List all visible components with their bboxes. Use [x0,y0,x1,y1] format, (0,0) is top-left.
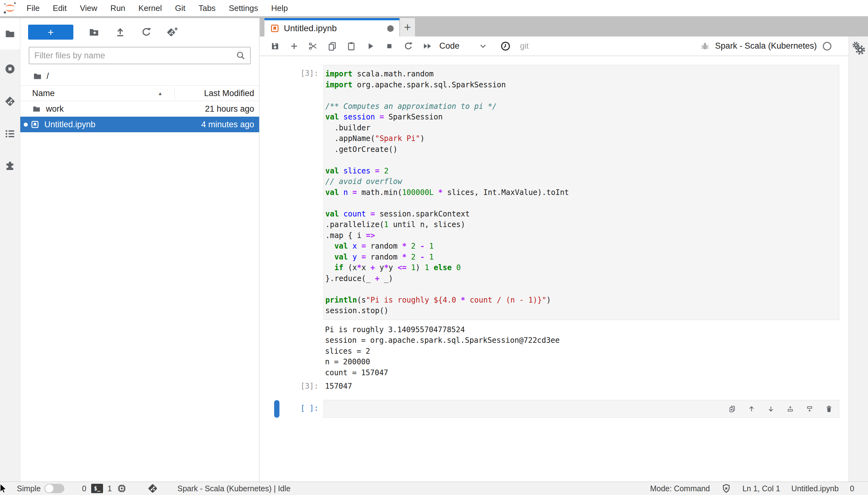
upload-button[interactable] [115,27,126,38]
sort-ascending-icon[interactable]: ▲ [158,91,163,96]
menu-tabs[interactable]: Tabs [192,0,222,16]
notebook-icon [270,24,279,33]
file-list-header: Name ▲ Last Modified [20,85,259,101]
code-line: }.reduce(_ + _) [325,273,836,284]
sidebar-tab-git[interactable] [0,90,20,112]
git-clone-button[interactable] [167,27,178,38]
notebook-icon [31,120,39,129]
output-count-prompt: [3]: [260,381,324,391]
cell-type-dropdown[interactable]: Code [439,41,460,51]
file-row-work[interactable]: work21 hours ago [20,101,259,117]
restart-run-all-button[interactable] [418,39,437,54]
terminal-icon[interactable]: $_ [91,484,103,493]
notifications-count[interactable]: 0 [850,484,854,493]
code-line [325,198,836,209]
tab-dirty-indicator[interactable] [387,25,394,32]
terminals-count[interactable]: 0 [82,484,86,493]
home-folder-icon[interactable] [33,71,42,81]
menu-view[interactable]: View [73,0,104,16]
interrupt-kernel-button[interactable] [380,39,399,54]
move-cell-up-button[interactable] [746,403,757,414]
kernel-name[interactable]: Spark - Scala (Kubernetes) [715,41,817,51]
kernel-status-text[interactable]: Spark - Scala (Kubernetes) | Idle [177,484,290,493]
active-cell-collapser[interactable] [274,400,279,417]
code-line: .builder [325,123,836,134]
code-line: .parallelize(1 until n, slices) [325,219,836,230]
main-dock-panel: Untitled.ipynb + Code git Spark - Scala … [260,18,868,482]
simple-mode-toggle[interactable] [44,484,64,493]
output-line: Pi is roughly 3.140955704778524 [325,324,839,335]
insert-cell-button[interactable] [284,39,304,54]
code-line: .map { i => [325,230,836,241]
file-browser-toolbar: + [20,18,259,42]
copy-cells-button[interactable] [323,39,342,54]
sidebar-tab-file-browser[interactable] [0,18,20,49]
sidebar-tab-running-sessions[interactable] [0,58,20,80]
bug-icon[interactable] [700,41,710,51]
code-line: val slices = 2 [325,166,836,176]
right-sidebar-tabs [849,36,868,482]
tab-untitled-ipynb[interactable]: Untitled.ipynb [264,18,399,36]
folder-icon [32,104,41,113]
code-line: import scala.math.random [325,69,836,80]
restart-kernel-button[interactable] [399,39,418,54]
simple-mode-label: Simple [17,484,40,493]
breadcrumb: / [20,69,259,83]
settings-gears-icon[interactable] [852,41,866,55]
menu-edit[interactable]: Edit [46,0,73,16]
menu-items: FileEditViewRunKernelGitTabsSettingsHelp [20,0,294,16]
code-line: session.stop() [325,305,836,316]
menu-file[interactable]: File [20,0,46,16]
duplicate-cell-button[interactable] [726,403,738,414]
kernel-idle-circle-icon [822,41,832,51]
code-line: val x = random * 2 - 1 [325,241,836,252]
trust-shield-icon[interactable] [721,483,731,493]
menu-kernel[interactable]: Kernel [132,0,168,16]
column-header-name[interactable]: Name [20,89,55,98]
menu-settings[interactable]: Settings [222,0,265,16]
menu-git[interactable]: Git [168,0,192,16]
file-row-Untitled.ipynb[interactable]: Untitled.ipynb4 minutes ago [20,117,259,132]
insert-cell-below-button[interactable] [804,403,815,414]
delete-cell-button[interactable] [823,403,835,414]
git-branch-icon[interactable] [147,483,158,494]
execution-count-prompt: [3]: [260,65,324,320]
menu-run[interactable]: Run [104,0,132,16]
menu-help[interactable]: Help [265,0,294,16]
code-line: if (x*x + y*y <= 1) 1 else 0 [325,262,836,273]
code-line: val count = session.sparkContext [325,209,836,220]
new-folder-button[interactable] [88,27,100,38]
code-cell-input[interactable]: import scala.math.randomimport org.apach… [324,65,839,320]
column-header-modified[interactable]: Last Modified [204,89,259,98]
filter-files-input[interactable] [34,51,236,61]
new-launcher-button[interactable]: + [28,24,73,40]
paste-cells-button[interactable] [342,39,361,54]
code-line [325,155,836,166]
code-cell-1: [3]: import scala.math.randomimport org.… [260,65,849,320]
sidebar-tab-table-of-contents[interactable] [0,123,20,145]
code-line: println(s"Pi is roughly ${4.0 * count / … [325,295,836,306]
run-button[interactable] [361,39,380,54]
chevron-down-icon[interactable] [478,41,488,51]
cursor-position[interactable]: Ln 1, Col 1 [742,484,780,493]
kernels-count[interactable]: 1 [108,484,112,493]
code-line [325,284,836,295]
cut-cells-button[interactable] [304,39,323,54]
running-kernel-dot [24,123,28,126]
kernel-chip-icon[interactable] [117,483,127,493]
save-button[interactable] [265,39,284,54]
code-line: val y = random * 2 - 1 [325,252,836,262]
history-clock-icon[interactable] [500,41,511,51]
git-toolbar-label[interactable]: git [520,41,529,51]
refresh-button[interactable] [141,27,152,38]
cell-toolbar [726,403,835,414]
empty-cell-input[interactable] [324,400,839,417]
empty-execution-prompt: [ ]: [260,400,324,417]
new-tab-button[interactable]: + [400,18,415,36]
jupyter-logo [0,1,20,15]
cell-output-result: [3]: 157047 [260,381,849,391]
sidebar-tab-extensions[interactable] [0,155,20,177]
move-cell-down-button[interactable] [765,403,776,414]
breadcrumb-root[interactable]: / [47,71,49,81]
insert-cell-above-button[interactable] [785,403,796,414]
